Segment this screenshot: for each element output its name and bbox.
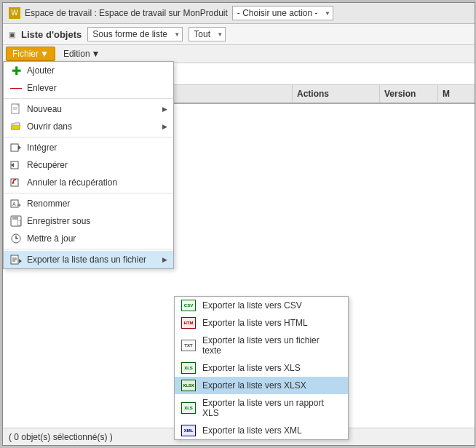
html-icon: HTM <box>181 316 197 329</box>
app-window: W Espace de travail : Espace de travail … <box>2 2 475 446</box>
xml-icon: XML <box>181 424 197 437</box>
submenu-texte-label: Exporter la liste vers un fichier texte <box>202 335 341 356</box>
menu-item-mettreajour-label: Mettre à jour <box>27 233 76 244</box>
submenu-item-xlsx[interactable]: XLSX Exporter la liste vers XLSX <box>175 377 348 394</box>
menu-item-ouvrir[interactable]: Ouvrir dans <box>4 118 173 135</box>
menu-bar: Fichier ▼ Edition ▼ ✚ Ajouter — Enlever … <box>3 45 475 63</box>
menu-item-ajouter[interactable]: ✚ Ajouter <box>4 62 173 79</box>
col-m[interactable]: M <box>438 85 475 103</box>
menu-item-integrer[interactable]: Intégrer <box>4 139 173 156</box>
list-objects-label: Liste d'objets <box>21 29 82 40</box>
workspace-label: Espace de travail : Espace de travail su… <box>25 8 228 18</box>
menu-item-renommer-label: Renommer <box>27 199 70 209</box>
view-select-wrapper[interactable]: Sous forme de liste <box>87 27 183 41</box>
svg-rect-14 <box>17 220 20 225</box>
app-icon: W <box>9 7 20 19</box>
menu-item-enlever-label: Enlever <box>27 83 57 93</box>
view-select[interactable]: Sous forme de liste <box>87 27 183 41</box>
edition-menu-button[interactable]: Edition ▼ <box>57 47 107 61</box>
recuperer-icon <box>9 159 23 172</box>
submenu-item-xls-rapport[interactable]: XLS Exporter la liste vers un rapport XL… <box>175 394 348 422</box>
menu-item-recuperer-label: Récupérer <box>27 160 68 170</box>
action-select[interactable]: - Choisir une action - <box>232 6 333 20</box>
subtitle-bar: ▣ Liste d'objets Sous forme de liste Tou… <box>3 24 475 45</box>
title-bar: W Espace de travail : Espace de travail … <box>3 3 475 24</box>
submenu-item-xls[interactable]: XLS Exporter la liste vers XLS <box>175 359 348 377</box>
edition-arrow: ▼ <box>92 49 100 59</box>
remove-icon: — <box>9 81 23 95</box>
menu-item-renommer[interactable]: A Renommer <box>4 195 173 212</box>
submenu-xls-label: Exporter la liste vers XLS <box>202 363 301 373</box>
submenu-xlsx-label: Exporter la liste vers XLSX <box>202 380 306 391</box>
submenu-item-html[interactable]: HTM Exporter la liste vers HTML <box>175 314 348 332</box>
menu-item-nouveau[interactable]: Nouveau <box>4 100 173 118</box>
menu-item-exporter-label: Exporter la liste dans un fichier <box>27 255 146 265</box>
submenu-html-label: Exporter la liste vers HTML <box>202 318 308 328</box>
csv-icon: CSV <box>181 299 197 312</box>
submenu-item-texte[interactable]: TXT Exporter la liste vers un fichier te… <box>175 332 348 359</box>
fichier-arrow: ▼ <box>40 49 49 59</box>
xlsx-icon: XLSX <box>181 379 197 392</box>
menu-item-enregistrer[interactable]: Enregistrer sous <box>4 212 173 230</box>
filter-select-wrapper[interactable]: Tout <box>189 27 226 41</box>
menu-item-nouveau-label: Nouveau <box>27 104 62 114</box>
separator-2 <box>4 137 173 137</box>
collapse-icon[interactable]: ▣ <box>9 31 15 39</box>
svg-rect-13 <box>12 216 18 220</box>
annuler-icon <box>9 176 23 189</box>
exporter-icon <box>9 253 23 266</box>
filter-select[interactable]: Tout <box>189 27 226 41</box>
texte-icon: TXT <box>181 339 197 352</box>
menu-item-recuperer[interactable]: Récupérer <box>4 156 173 174</box>
menu-item-annuler-label: Annuler la récupération <box>27 177 117 188</box>
enregistrer-icon <box>9 215 23 228</box>
svg-marker-5 <box>18 145 21 150</box>
col-actions[interactable]: Actions <box>293 85 380 103</box>
submenu-xml-label: Exporter la liste vers XML <box>202 425 302 436</box>
svg-marker-20 <box>19 259 22 263</box>
exporter-submenu: CSV Exporter la liste vers CSV HTM Expor… <box>174 296 349 440</box>
submenu-xls-rapport-label: Exporter la liste vers un rapport XLS <box>202 398 341 418</box>
renommer-icon: A <box>9 197 23 210</box>
menu-item-ajouter-label: Ajouter <box>27 65 55 76</box>
svg-text:A: A <box>12 201 16 207</box>
submenu-csv-label: Exporter la liste vers CSV <box>202 300 302 311</box>
submenu-item-csv[interactable]: CSV Exporter la liste vers CSV <box>175 297 348 314</box>
menu-item-ouvrir-label: Ouvrir dans <box>27 121 72 132</box>
mettreajour-icon <box>9 232 23 245</box>
menu-item-enlever[interactable]: — Enlever <box>4 79 173 97</box>
fichier-label: Fichier <box>12 49 39 59</box>
separator-1 <box>4 98 173 99</box>
menu-item-annuler[interactable]: Annuler la récupération <box>4 174 173 191</box>
fichier-menu-button[interactable]: Fichier ▼ <box>6 47 55 61</box>
svg-rect-4 <box>11 144 18 151</box>
col-version[interactable]: Version <box>380 85 438 103</box>
menu-item-enregistrer-label: Enregistrer sous <box>27 216 90 226</box>
integrer-icon <box>9 141 23 154</box>
action-select-wrapper[interactable]: - Choisir une action - <box>232 6 333 20</box>
menu-item-mettreajour[interactable]: Mettre à jour <box>4 230 173 247</box>
menu-item-exporter[interactable]: Exporter la liste dans un fichier <box>4 251 173 268</box>
ouvrir-icon <box>9 120 23 133</box>
separator-4 <box>4 249 173 249</box>
edition-label: Edition <box>63 49 90 59</box>
submenu-item-xml[interactable]: XML Exporter la liste vers XML <box>175 422 348 439</box>
fichier-dropdown: ✚ Ajouter — Enlever Nouveau Ouvrir dans <box>3 61 174 269</box>
status-text: ( 0 objet(s) sélectionné(s) ) <box>9 432 113 442</box>
xls-rapport-icon: XLS <box>181 401 197 415</box>
add-icon: ✚ <box>9 64 23 77</box>
separator-3 <box>4 193 173 193</box>
menu-item-integrer-label: Intégrer <box>27 143 57 153</box>
nouveau-icon <box>9 103 23 116</box>
xls-icon: XLS <box>181 361 197 375</box>
